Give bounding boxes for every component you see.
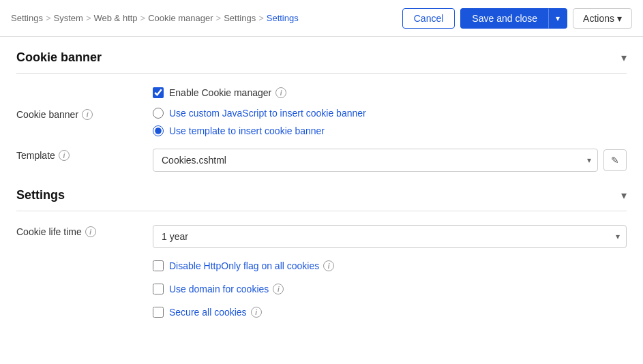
top-bar: Settings > System > Web & http > Cookie …	[0, 0, 643, 37]
save-dropdown-button[interactable]: ▾	[548, 8, 567, 29]
enable-cookie-manager-label: Enable Cookie manager i	[169, 87, 286, 98]
use-domain-label: Use domain for cookies i	[169, 284, 284, 294]
disable-httponly-label-text: Disable HttpOnly flag on all cookies	[169, 260, 319, 271]
breadcrumb-sep-5: >	[258, 13, 264, 23]
save-button[interactable]: Save and close	[460, 8, 548, 29]
cookie-lifetime-select-wrapper: 1 year ▾	[153, 225, 627, 248]
actions-label: Actions	[583, 13, 614, 24]
chevron-down-icon: ▾	[556, 14, 560, 23]
template-edit-button[interactable]: ✎	[603, 149, 627, 171]
disable-httponly-row: Disable HttpOnly flag on all cookies i	[16, 260, 627, 271]
cookie-banner-label-text: Cookie banner	[16, 109, 78, 120]
cookie-lifetime-info-icon: i	[85, 226, 96, 237]
disable-httponly-checkbox[interactable]	[153, 260, 164, 271]
template-select-group: Cookies.cshtml ▾ ✎	[153, 149, 627, 172]
cookie-banner-radios: Use custom JavaScript to insert cookie b…	[153, 108, 627, 136]
cookie-banner-section: Cookie banner ▾ Enable Cookie manager i …	[16, 50, 627, 172]
breadcrumb-cookiemanager[interactable]: Cookie manager	[148, 13, 213, 23]
actions-button[interactable]: Actions ▾	[573, 8, 632, 29]
template-label-text: Template	[16, 150, 55, 161]
radio-row-custom-js: Use custom JavaScript to insert cookie b…	[153, 108, 627, 119]
cookie-banner-option-row: Cookie banner i Use custom JavaScript to…	[16, 108, 627, 136]
use-domain-checkbox[interactable]	[153, 284, 164, 294]
breadcrumb-sep-4: >	[216, 13, 222, 23]
cookie-lifetime-row: Cookie life time i 1 year ▾	[16, 225, 627, 248]
template-label: Template i	[16, 149, 153, 161]
template-select[interactable]: Cookies.cshtml	[153, 149, 598, 172]
cookie-banner-collapse-icon[interactable]: ▾	[621, 51, 627, 64]
secure-cookies-label: Secure all cookies i	[169, 307, 262, 318]
cookie-lifetime-control: 1 year ▾	[153, 225, 627, 248]
use-domain-info-icon: i	[273, 284, 284, 294]
template-control: Cookies.cshtml ▾ ✎	[153, 149, 627, 172]
enable-cookie-manager-row: Enable Cookie manager i	[16, 87, 627, 98]
radio-custom-js[interactable]	[153, 108, 164, 119]
secure-cookies-info-icon: i	[251, 307, 262, 318]
top-actions: Cancel Save and close ▾ Actions ▾	[402, 8, 632, 29]
breadcrumb-settings2[interactable]: Settings	[224, 13, 256, 23]
actions-chevron-icon: ▾	[617, 13, 622, 24]
cookie-lifetime-select[interactable]: 1 year	[153, 225, 627, 248]
settings-collapse-icon[interactable]: ▾	[621, 189, 627, 202]
breadcrumb: Settings > System > Web & http > Cookie …	[11, 13, 299, 23]
template-select-wrapper: Cookies.cshtml ▾	[153, 149, 598, 172]
settings-title: Settings	[16, 188, 65, 202]
template-row: Template i Cookies.cshtml ▾ ✎	[16, 149, 627, 172]
breadcrumb-sep-2: >	[86, 13, 91, 23]
disable-httponly-label: Disable HttpOnly flag on all cookies i	[169, 260, 334, 271]
radio-template[interactable]	[153, 125, 164, 136]
breadcrumb-sep-1: >	[46, 13, 51, 23]
enable-cookie-manager-checkbox[interactable]	[153, 87, 164, 98]
save-button-group: Save and close ▾	[460, 8, 567, 29]
cookie-lifetime-label-text: Cookie life time	[16, 226, 82, 237]
breadcrumb-sep-3: >	[140, 13, 146, 23]
secure-cookies-row: Secure all cookies i	[16, 307, 627, 318]
cookie-lifetime-label: Cookie life time i	[16, 225, 153, 237]
cookie-banner-info-icon: i	[82, 109, 93, 120]
enable-cookie-info-icon: i	[275, 87, 286, 98]
radio-custom-js-label: Use custom JavaScript to insert cookie b…	[169, 108, 366, 119]
secure-cookies-checkbox[interactable]	[153, 307, 164, 318]
use-domain-label-text: Use domain for cookies	[169, 284, 269, 294]
content-area: Cookie banner ▾ Enable Cookie manager i …	[0, 37, 643, 348]
breadcrumb-webhttp[interactable]: Web & http	[94, 13, 138, 23]
template-info-icon: i	[59, 150, 70, 161]
use-domain-row: Use domain for cookies i	[16, 284, 627, 294]
edit-icon: ✎	[611, 155, 619, 166]
cookie-banner-label: Cookie banner i	[16, 108, 153, 120]
cookie-banner-radio-group: Use custom JavaScript to insert cookie b…	[153, 108, 627, 136]
cookie-banner-title: Cookie banner	[16, 50, 102, 65]
settings-section: Settings ▾ Cookie life time i 1 year ▾	[16, 188, 627, 318]
radio-row-template: Use template to insert cookie banner	[153, 125, 627, 136]
settings-header: Settings ▾	[16, 188, 627, 211]
cookie-banner-header: Cookie banner ▾	[16, 50, 627, 74]
breadcrumb-system[interactable]: System	[54, 13, 83, 23]
cancel-button[interactable]: Cancel	[402, 8, 455, 29]
disable-httponly-info-icon: i	[323, 260, 334, 271]
breadcrumb-settings-active: Settings	[267, 13, 299, 23]
secure-cookies-label-text: Secure all cookies	[169, 307, 247, 318]
radio-template-label: Use template to insert cookie banner	[169, 125, 325, 136]
breadcrumb-settings1[interactable]: Settings	[11, 13, 43, 23]
enable-cookie-text: Enable Cookie manager	[169, 87, 271, 98]
